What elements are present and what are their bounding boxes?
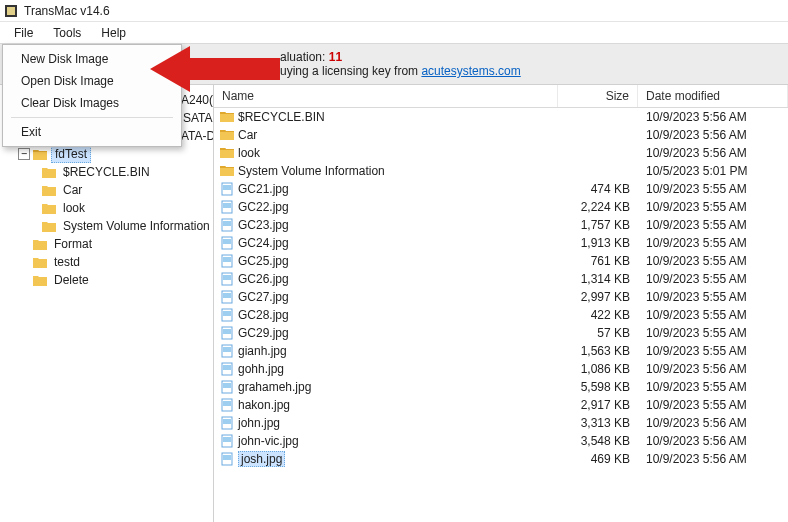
svg-rect-10 (223, 239, 231, 244)
list-item[interactable]: GC29.jpg57 KB10/9/2023 5:55 AM (214, 324, 788, 342)
image-file-icon (220, 326, 234, 340)
tree-item-testd[interactable]: testd (51, 254, 83, 270)
svg-rect-16 (223, 293, 231, 298)
file-name: gohh.jpg (238, 362, 284, 376)
image-file-icon (220, 200, 234, 214)
image-file-icon (220, 398, 234, 412)
file-name: System Volume Information (238, 164, 385, 178)
svg-rect-4 (223, 185, 231, 190)
list-item[interactable]: grahameh.jpg5,598 KB10/9/2023 5:55 AM (214, 378, 788, 396)
tree-item-format[interactable]: Format (51, 236, 95, 252)
file-size: 1,086 KB (558, 362, 638, 376)
folder-icon (42, 220, 56, 232)
banner-days: 11 (329, 50, 342, 64)
file-size: 1,757 KB (558, 218, 638, 232)
file-name: $RECYCLE.BIN (238, 110, 325, 124)
list-item[interactable]: GC26.jpg1,314 KB10/9/2023 5:55 AM (214, 270, 788, 288)
list-item[interactable]: gianh.jpg1,563 KB10/9/2023 5:55 AM (214, 342, 788, 360)
col-header-size[interactable]: Size (558, 85, 638, 107)
image-file-icon (220, 344, 234, 358)
svg-marker-2 (150, 46, 280, 92)
menu-bar: File Tools Help New Disk Image Open Disk… (0, 22, 788, 44)
tree-drive-fragment: A240( (178, 92, 214, 108)
file-date: 10/5/2023 5:01 PM (638, 164, 788, 178)
tree-item-car[interactable]: Car (60, 182, 85, 198)
tree-item-recycle[interactable]: $RECYCLE.BIN (60, 164, 153, 180)
file-size: 5,598 KB (558, 380, 638, 394)
tree-item-look[interactable]: look (60, 200, 88, 216)
svg-rect-24 (223, 365, 231, 370)
file-name: hakon.jpg (238, 398, 290, 412)
list-item[interactable]: john-vic.jpg3,548 KB10/9/2023 5:56 AM (214, 432, 788, 450)
file-date: 10/9/2023 5:55 AM (638, 326, 788, 340)
file-name: GC21.jpg (238, 182, 289, 196)
file-date: 10/9/2023 5:55 AM (638, 290, 788, 304)
tree-item-svi[interactable]: System Volume Information (60, 218, 213, 234)
svg-rect-26 (223, 383, 231, 388)
file-date: 10/9/2023 5:55 AM (638, 308, 788, 322)
folder-icon (220, 128, 234, 142)
svg-rect-32 (223, 437, 231, 442)
list-item[interactable]: josh.jpg469 KB10/9/2023 5:56 AM (214, 450, 788, 468)
file-name: Car (238, 128, 257, 142)
svg-rect-34 (223, 455, 231, 460)
menu-help[interactable]: Help (91, 24, 136, 42)
image-file-icon (220, 290, 234, 304)
file-date: 10/9/2023 5:56 AM (638, 110, 788, 124)
tree-item-fdtest[interactable]: fdTest (51, 145, 91, 163)
list-item[interactable]: look10/9/2023 5:56 AM (214, 144, 788, 162)
image-file-icon (220, 218, 234, 232)
file-date: 10/9/2023 5:55 AM (638, 254, 788, 268)
tree-ata-fragment: ATA-D (178, 128, 214, 144)
list-item[interactable]: Car10/9/2023 5:56 AM (214, 126, 788, 144)
file-name: GC24.jpg (238, 236, 289, 250)
menu-file[interactable]: File (4, 24, 43, 42)
image-file-icon (220, 308, 234, 322)
svg-rect-1 (7, 7, 15, 15)
list-item[interactable]: john.jpg3,313 KB10/9/2023 5:56 AM (214, 414, 788, 432)
list-item[interactable]: $RECYCLE.BIN10/9/2023 5:56 AM (214, 108, 788, 126)
image-file-icon (220, 272, 234, 286)
file-list[interactable]: Name Size Date modified $RECYCLE.BIN10/9… (214, 85, 788, 522)
list-item[interactable]: GC21.jpg474 KB10/9/2023 5:55 AM (214, 180, 788, 198)
list-item[interactable]: System Volume Information10/5/2023 5:01 … (214, 162, 788, 180)
file-size: 474 KB (558, 182, 638, 196)
file-name: grahameh.jpg (238, 380, 311, 394)
file-name: john-vic.jpg (238, 434, 299, 448)
list-item[interactable]: GC23.jpg1,757 KB10/9/2023 5:55 AM (214, 216, 788, 234)
list-item[interactable]: GC25.jpg761 KB10/9/2023 5:55 AM (214, 252, 788, 270)
menu-clear-disk-images[interactable]: Clear Disk Images (5, 92, 179, 114)
file-size: 57 KB (558, 326, 638, 340)
list-item[interactable]: GC22.jpg2,224 KB10/9/2023 5:55 AM (214, 198, 788, 216)
file-name: GC23.jpg (238, 218, 289, 232)
col-header-date[interactable]: Date modified (638, 85, 788, 107)
file-size: 1,314 KB (558, 272, 638, 286)
menu-tools[interactable]: Tools (43, 24, 91, 42)
image-file-icon (220, 362, 234, 376)
folder-icon (33, 274, 47, 286)
annotation-arrow-icon (150, 44, 280, 94)
file-size: 2,917 KB (558, 398, 638, 412)
folder-icon (220, 164, 234, 178)
list-item[interactable]: GC24.jpg1,913 KB10/9/2023 5:55 AM (214, 234, 788, 252)
file-date: 10/9/2023 5:56 AM (638, 128, 788, 142)
list-item[interactable]: GC27.jpg2,997 KB10/9/2023 5:55 AM (214, 288, 788, 306)
folder-tree[interactable]: A240( SATA ATA-D − fdTest $RECYCLE.BIN C… (0, 85, 214, 522)
svg-rect-22 (223, 347, 231, 352)
file-size: 469 KB (558, 452, 638, 466)
file-name: GC28.jpg (238, 308, 289, 322)
file-name: GC25.jpg (238, 254, 289, 268)
tree-item-delete[interactable]: Delete (51, 272, 92, 288)
file-size: 761 KB (558, 254, 638, 268)
file-date: 10/9/2023 5:56 AM (638, 452, 788, 466)
image-file-icon (220, 254, 234, 268)
list-item[interactable]: gohh.jpg1,086 KB10/9/2023 5:56 AM (214, 360, 788, 378)
folder-icon (42, 202, 56, 214)
tree-collapse-icon[interactable]: − (18, 148, 30, 160)
list-item[interactable]: GC28.jpg422 KB10/9/2023 5:55 AM (214, 306, 788, 324)
folder-icon (220, 146, 234, 160)
menu-exit[interactable]: Exit (5, 121, 179, 143)
list-item[interactable]: hakon.jpg2,917 KB10/9/2023 5:55 AM (214, 396, 788, 414)
file-date: 10/9/2023 5:55 AM (638, 182, 788, 196)
banner-link[interactable]: acutesystems.com (421, 64, 520, 78)
